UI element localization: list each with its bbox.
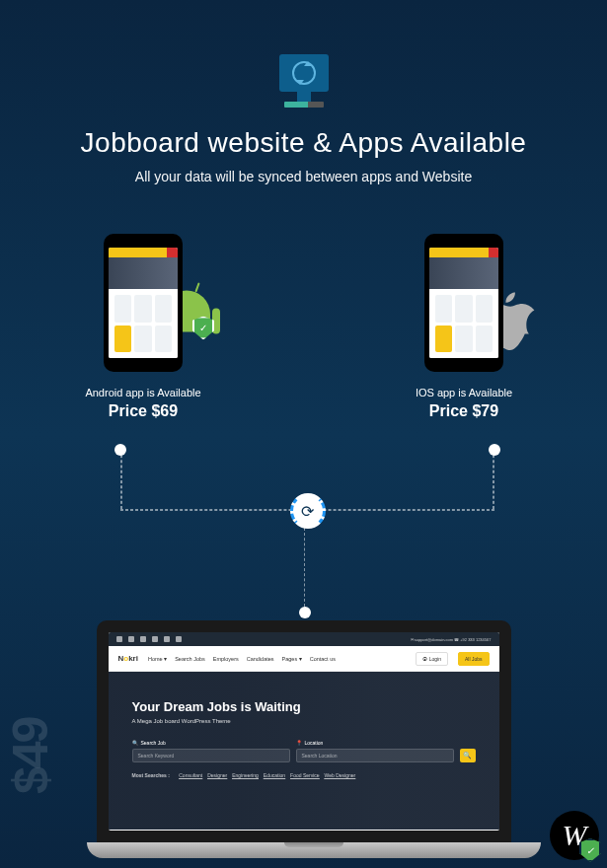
website-logo[interactable]: Nokri — [118, 654, 138, 663]
android-price: Price $69 — [59, 402, 227, 420]
all-jobs-button[interactable]: All Jobs — [458, 652, 490, 666]
social-icons[interactable] — [116, 636, 182, 642]
tag-link[interactable]: Education — [264, 772, 285, 778]
ios-phone-mockup — [424, 234, 503, 372]
search-job-label: 🔍 Search Job — [132, 740, 290, 746]
website-navbar: Nokri Home ▾Search JobsEmployersCandidat… — [109, 646, 499, 672]
linkedin-icon[interactable] — [152, 636, 158, 642]
wordpress-badge[interactable]: W ✓ — [550, 811, 599, 860]
tag-link[interactable]: Food Service — [290, 772, 319, 778]
page-subtitle: All your data will be synced between app… — [0, 169, 607, 184]
connector-diagram: ⟳ — [120, 444, 494, 513]
nav-item[interactable]: Candidates — [247, 656, 274, 662]
android-phone-mockup: ✓ — [104, 234, 183, 372]
twitter-icon[interactable] — [128, 636, 134, 642]
android-app-card[interactable]: ✓ Android app is Available Price $69 — [59, 234, 227, 420]
tag-link[interactable]: Consultant — [179, 772, 202, 778]
website-hero: Your Dream Jobs is Waiting A Mega Job bo… — [109, 672, 499, 830]
website-topbar: ✉ support@domain.com ☎ +92 333 1234567 — [109, 632, 499, 646]
website-hero-title: Your Dream Jobs is Waiting — [132, 699, 476, 714]
ios-app-card[interactable]: IOS app is Available Price $79 — [380, 234, 548, 420]
popular-tags: Most Searches : ConsultantDesignerEngine… — [132, 772, 476, 778]
apps-row: ✓ Android app is Available Price $69 — [0, 184, 607, 420]
search-location-input[interactable]: Search Location — [296, 749, 454, 762]
security-shield-icon: ✓ — [579, 838, 601, 862]
login-button[interactable]: ⦿ Login — [416, 652, 448, 666]
rss-icon[interactable] — [176, 636, 182, 642]
ios-price: Price $79 — [380, 402, 548, 420]
facebook-icon[interactable] — [116, 636, 122, 642]
hero-section: Jobboard website & Apps Available All yo… — [0, 0, 607, 184]
tag-link[interactable]: Engineering — [232, 772, 259, 778]
down-connector — [304, 528, 305, 607]
nav-item[interactable]: Home ▾ — [148, 656, 167, 662]
connector-dot-bottom — [299, 607, 311, 618]
page-title: Jobboard website & Apps Available — [0, 127, 607, 159]
nav-item[interactable]: Search Jobs — [175, 656, 205, 662]
behance-icon[interactable] — [164, 636, 170, 642]
nav-item[interactable]: Pages ▾ — [282, 656, 302, 662]
nav-item[interactable]: Employers — [213, 656, 239, 662]
ios-availability: IOS app is Available — [380, 387, 548, 398]
google-icon[interactable] — [140, 636, 146, 642]
website-hero-subtitle: A Mega Job board WordPress Theme — [132, 718, 476, 724]
sync-badge-icon: ⟳ — [290, 493, 326, 529]
website-section: $49 ✉ support@domain.com ☎ +92 333 12345… — [0, 620, 607, 858]
laptop-mockup[interactable]: ✉ support@domain.com ☎ +92 333 1234567 N… — [87, 620, 521, 858]
shield-icon: ✓ — [192, 316, 214, 339]
nav-item[interactable]: Contact us — [310, 656, 336, 662]
website-price-bg: $49 — [2, 718, 59, 794]
android-availability: Android app is Available — [59, 387, 227, 398]
search-job-input[interactable]: Search Keyword — [132, 749, 290, 762]
computer-sync-icon — [279, 54, 329, 108]
search-location-label: 📍 Location — [296, 740, 454, 746]
search-button[interactable]: 🔍 — [460, 749, 476, 762]
connector-dot-right — [489, 444, 500, 456]
topbar-contact: ✉ support@domain.com ☎ +92 333 1234567 — [411, 637, 492, 642]
tag-link[interactable]: Designer — [207, 772, 227, 778]
tag-link[interactable]: Web Designer — [325, 772, 356, 778]
